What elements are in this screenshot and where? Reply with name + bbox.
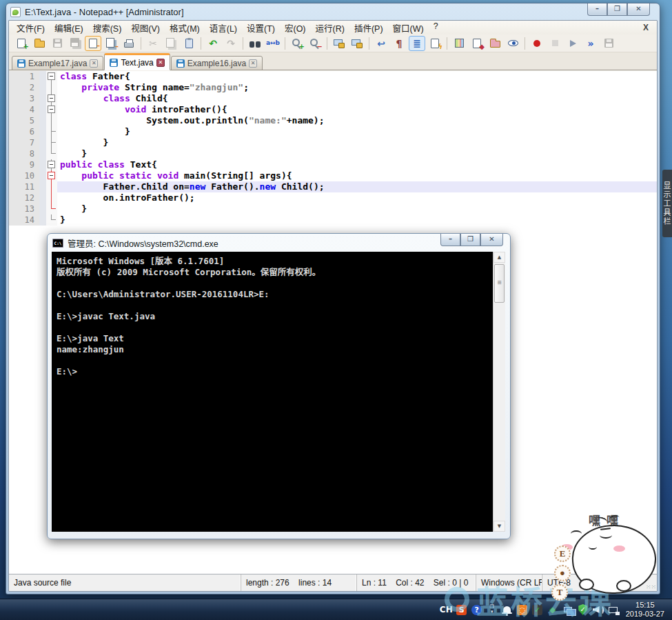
menu-item-6[interactable]: 设置(T) <box>242 21 280 34</box>
menu-item-3[interactable]: 视图(V) <box>126 21 165 34</box>
menu-item-10[interactable]: 窗口(W) <box>388 21 429 34</box>
menu-close-x[interactable]: X <box>643 23 651 32</box>
scroll-down-arrow[interactable]: ▼ <box>493 521 505 532</box>
line-number[interactable]: 5 <box>9 115 39 126</box>
menu-item-7[interactable]: 宏(O) <box>280 21 311 34</box>
bookmark-margin[interactable] <box>39 115 46 126</box>
line-number[interactable]: 6 <box>9 126 39 137</box>
line-number[interactable]: 1 <box>9 71 39 82</box>
bookmark-margin[interactable] <box>39 82 46 93</box>
macro-save-button[interactable] <box>600 36 617 51</box>
save-file-button[interactable] <box>49 36 65 51</box>
show-toolbar-edge-tab[interactable]: 显示工具栏 <box>662 170 672 237</box>
find-button[interactable] <box>247 36 263 51</box>
menu-item-9[interactable]: 插件(P) <box>349 21 388 34</box>
maximize-button[interactable]: ❐ <box>607 3 627 16</box>
line-number[interactable]: 8 <box>9 148 39 159</box>
minimize-button[interactable]: – <box>440 234 460 246</box>
code-text[interactable]: on.introFather(); <box>57 192 657 203</box>
taskbar-clock[interactable]: 15:15 2019-03-27 <box>622 601 668 619</box>
close-button[interactable]: ✕ <box>480 234 503 246</box>
print-button[interactable] <box>121 36 137 51</box>
close-file-button[interactable]: – <box>85 36 101 51</box>
bookmark-margin[interactable] <box>39 148 46 159</box>
line-number[interactable]: 14 <box>9 214 39 226</box>
close-all-button[interactable]: – <box>103 36 119 51</box>
menu-item-2[interactable]: 搜索(S) <box>88 21 127 34</box>
word-wrap-button[interactable]: ↩ <box>373 36 389 51</box>
code-text[interactable]: public static void main(String[] args){ <box>57 170 657 181</box>
line-number[interactable]: 12 <box>9 192 39 203</box>
line-number[interactable]: 10 <box>9 170 39 181</box>
macro-run-multiple-button[interactable]: » <box>582 36 599 51</box>
line-number[interactable]: 9 <box>9 159 39 170</box>
code-text[interactable]: class Child{ <box>57 93 657 104</box>
antivirus-check-icon[interactable]: ✓ <box>531 603 544 617</box>
fold-margin[interactable] <box>46 137 57 148</box>
green-gem-icon[interactable]: ◆ <box>547 603 559 617</box>
code-text[interactable]: } <box>57 148 657 159</box>
line-number[interactable]: 11 <box>9 181 39 192</box>
menu-item-4[interactable]: 格式(M) <box>165 21 205 34</box>
code-text[interactable]: public class Text{ <box>57 159 657 170</box>
security-shield-icon[interactable]: ✓ <box>577 603 589 617</box>
volume-icon[interactable] <box>592 603 604 617</box>
code-text[interactable]: } <box>57 214 657 226</box>
menu-item-0[interactable]: 文件(F) <box>12 21 50 34</box>
save-all-button[interactable] <box>67 36 83 51</box>
new-file-button[interactable]: + <box>13 36 30 51</box>
cut-button[interactable]: ✂ <box>145 36 161 51</box>
scroll-up-arrow[interactable]: ▲ <box>493 252 505 263</box>
code-text[interactable]: } <box>57 126 657 137</box>
fold-margin[interactable] <box>46 71 57 82</box>
fold-margin[interactable] <box>46 93 57 104</box>
fold-margin[interactable] <box>46 181 57 192</box>
bookmark-margin[interactable] <box>39 126 46 137</box>
cmd-scrollbar[interactable]: ▲ ≡ ▼ <box>493 252 505 532</box>
show-all-characters-button[interactable]: ¶ <box>391 36 407 51</box>
menu-item-1[interactable]: 编辑(E) <box>50 21 88 34</box>
zoom-in-button[interactable]: + <box>289 36 305 51</box>
open-file-button[interactable] <box>31 36 48 51</box>
code-text[interactable]: } <box>57 137 657 148</box>
minimize-button[interactable]: – <box>587 3 607 16</box>
fold-margin[interactable] <box>46 115 57 126</box>
code-text[interactable]: Father.Child on=new Father().new Child()… <box>57 181 657 192</box>
paste-button[interactable] <box>181 36 197 51</box>
menu-item-11[interactable]: ? <box>429 21 443 34</box>
360-safe-icon[interactable]: ◌ <box>516 603 529 617</box>
indent-guide-button[interactable]: ≣ <box>409 36 425 51</box>
bookmark-margin[interactable] <box>39 137 46 148</box>
input-language-icon[interactable]: CH <box>440 603 453 617</box>
code-text[interactable]: System.out.println("name:"+name); <box>57 115 657 126</box>
folder-as-workspace-button[interactable] <box>487 36 503 51</box>
code-text[interactable]: } <box>57 203 657 214</box>
code-text[interactable]: private String name="zhangjun"; <box>57 82 657 93</box>
code-text[interactable]: void introFather(){ <box>57 104 657 115</box>
document-switcher-button[interactable]: ◆ <box>469 36 485 51</box>
function-list-button[interactable]: ϟ <box>427 36 443 51</box>
bookmark-margin[interactable] <box>39 203 46 214</box>
show-hidden-icons-icon[interactable]: ❐▾ <box>486 603 498 617</box>
monitoring-tail-button[interactable] <box>505 36 521 51</box>
maximize-button[interactable]: ❐ <box>460 234 480 246</box>
menu-item-8[interactable]: 运行(R) <box>311 21 349 34</box>
bookmark-margin[interactable] <box>39 159 46 170</box>
line-number[interactable]: 13 <box>9 203 39 214</box>
sync-horizontal-scroll-button[interactable] <box>349 36 365 51</box>
tab-Example16.java[interactable]: Example16.java✕ <box>171 56 263 70</box>
tab-close-icon[interactable]: ✕ <box>249 59 257 68</box>
close-button[interactable]: ✕ <box>627 3 650 16</box>
fold-margin[interactable] <box>46 126 57 137</box>
tab-close-icon[interactable]: ✕ <box>90 59 98 68</box>
bookmark-margin[interactable] <box>39 104 46 115</box>
fold-margin[interactable] <box>46 159 57 170</box>
fold-margin[interactable] <box>46 170 57 181</box>
copy-button[interactable] <box>163 36 179 51</box>
redo-button[interactable]: ↷ <box>223 36 239 51</box>
tab-close-icon[interactable]: ✕ <box>156 59 165 67</box>
replace-button[interactable]: a↔b <box>265 36 281 51</box>
menu-item-5[interactable]: 语言(L) <box>205 21 242 34</box>
bookmark-margin[interactable] <box>39 192 46 203</box>
macro-record-button[interactable] <box>529 36 545 51</box>
